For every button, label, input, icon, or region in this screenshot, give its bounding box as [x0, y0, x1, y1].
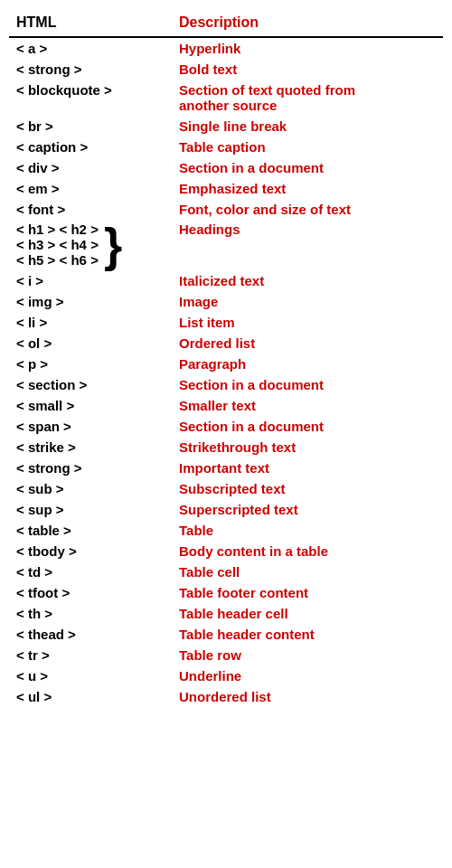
html-tag-cell: < ul > — [9, 686, 172, 707]
html-tag-cell: < tr > — [9, 645, 172, 665]
table-row: < em >Emphasized text — [9, 178, 443, 199]
desc-line2: another source — [179, 98, 277, 113]
table-row: < strong >Important text — [9, 458, 443, 478]
html-tag-cell: < p > — [9, 354, 172, 374]
html-tag-cell: < caption > — [9, 137, 172, 157]
html-tag-cell: < img > — [9, 291, 172, 312]
description-cell: Strikethrough text — [172, 437, 443, 458]
table-row: < sub >Subscripted text — [9, 478, 443, 499]
html-tag-cell: < ol > — [9, 333, 172, 354]
description-cell: Table row — [172, 645, 443, 665]
description-cell: List item — [172, 312, 443, 333]
html-tag-cell: < strike > — [9, 437, 172, 458]
table-row: < br >Single line break — [9, 116, 443, 137]
table-row: < img >Image — [9, 291, 443, 312]
table-row: < ul >Unordered list — [9, 686, 443, 707]
header-html: HTML — [9, 9, 172, 37]
table-row: < strong >Bold text — [9, 59, 443, 80]
html-tag-cell: < td > — [9, 561, 172, 582]
description-cell: Superscripted text — [172, 499, 443, 520]
description-cell: Bold text — [172, 59, 443, 80]
table-row: < caption >Table caption — [9, 137, 443, 157]
html-reference-table: HTML Description < a >Hyperlink< strong … — [9, 9, 443, 707]
description-cell: Body content in a table — [172, 541, 443, 561]
table-row: < span >Section in a document — [9, 416, 443, 437]
description-cell: Important text — [172, 458, 443, 478]
html-tag-cell: < thead > — [9, 624, 172, 645]
headings-row: < h1 > < h2 >< h3 > < h4 >< h5 > < h6 >}… — [9, 220, 443, 270]
description-cell: Emphasized text — [172, 178, 443, 199]
description-cell: Paragraph — [172, 354, 443, 374]
description-cell: Unordered list — [172, 686, 443, 707]
header-description: Description — [172, 9, 443, 37]
table-header-row: HTML Description — [9, 9, 443, 37]
description-cell: Hyperlink — [172, 37, 443, 59]
description-cell: Image — [172, 291, 443, 312]
description-cell: Table footer content — [172, 582, 443, 603]
table-row: < th >Table header cell — [9, 603, 443, 624]
description-cell: Smaller text — [172, 395, 443, 416]
description-cell: Font, color and size of text — [172, 199, 443, 220]
html-tag-cell: < span > — [9, 416, 172, 437]
description-cell: Table header cell — [172, 603, 443, 624]
html-tag-cell: < em > — [9, 178, 172, 199]
table-row: < u >Underline — [9, 665, 443, 686]
html-tag-cell: < section > — [9, 374, 172, 395]
html-tag-cell: < strong > — [9, 458, 172, 478]
html-tag-cell: < th > — [9, 603, 172, 624]
html-tag-cell: < font > — [9, 199, 172, 220]
description-cell: Table cell — [172, 561, 443, 582]
description-cell: Table — [172, 520, 443, 541]
table-row: < blockquote >Section of text quoted fro… — [9, 80, 443, 116]
html-tag-cell: < table > — [9, 520, 172, 541]
html-tag-cell: < li > — [9, 312, 172, 333]
description-cell: Section of text quoted fromanother sourc… — [172, 80, 443, 116]
table-row: < tbody >Body content in a table — [9, 541, 443, 561]
description-cell: Table header content — [172, 624, 443, 645]
heading-tag-label: < h5 > < h6 > — [16, 252, 99, 268]
table-row: < ol >Ordered list — [9, 333, 443, 354]
html-tag-cell: < small > — [9, 395, 172, 416]
table-row: < sup >Superscripted text — [9, 499, 443, 520]
html-tags-cell: < h1 > < h2 >< h3 > < h4 >< h5 > < h6 >} — [9, 220, 172, 270]
description-cell: Single line break — [172, 116, 443, 137]
table-row: < strike >Strikethrough text — [9, 437, 443, 458]
description-cell: Subscripted text — [172, 478, 443, 499]
heading-tag-label: < h1 > < h2 > — [16, 222, 99, 237]
html-tag-cell: < sub > — [9, 478, 172, 499]
table-row: < td >Table cell — [9, 561, 443, 582]
description-cell: Headings — [172, 220, 443, 239]
table-row: < a >Hyperlink — [9, 37, 443, 59]
table-row: < li >List item — [9, 312, 443, 333]
table-row: < table >Table — [9, 520, 443, 541]
html-tag-cell: < strong > — [9, 59, 172, 80]
html-tag-cell: < div > — [9, 157, 172, 178]
html-tag-cell: < blockquote > — [9, 80, 172, 116]
description-cell: Underline — [172, 665, 443, 686]
html-tag-cell: < u > — [9, 665, 172, 686]
grouping-brace: } — [104, 222, 122, 269]
table-row: < i >Italicized text — [9, 270, 443, 291]
html-tag-cell: < a > — [9, 37, 172, 59]
html-tag-cell: < tbody > — [9, 541, 172, 561]
description-cell: Section in a document — [172, 374, 443, 395]
table-row: < tr >Table row — [9, 645, 443, 665]
description-cell: Section in a document — [172, 157, 443, 178]
description-cell: Section in a document — [172, 416, 443, 437]
description-cell: Ordered list — [172, 333, 443, 354]
description-cell: Italicized text — [172, 270, 443, 291]
html-tag-cell: < i > — [9, 270, 172, 291]
html-tag-cell: < sup > — [9, 499, 172, 520]
description-cell: Table caption — [172, 137, 443, 157]
main-container: HTML Description < a >Hyperlink< strong … — [0, 0, 452, 716]
table-row: < font >Font, color and size of text — [9, 199, 443, 220]
table-row: < thead >Table header content — [9, 624, 443, 645]
table-row: < div >Section in a document — [9, 157, 443, 178]
desc-line1: Section of text quoted from — [179, 82, 355, 98]
heading-tag-label: < h3 > < h4 > — [16, 237, 99, 252]
html-tag-cell: < tfoot > — [9, 582, 172, 603]
table-row: < section >Section in a document — [9, 374, 443, 395]
table-row: < p >Paragraph — [9, 354, 443, 374]
table-row: < small >Smaller text — [9, 395, 443, 416]
table-row: < tfoot >Table footer content — [9, 582, 443, 603]
